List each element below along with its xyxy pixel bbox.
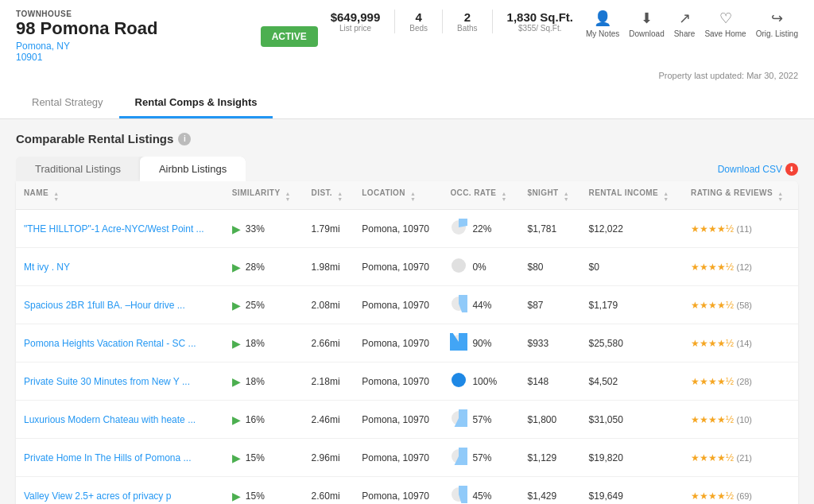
cell-occ-rate: 44% (442, 286, 519, 324)
save-home-label: Save Home (704, 29, 746, 38)
sqft-per-label: $355/ Sq.Ft. (507, 24, 573, 33)
cell-rental-income: $19,820 (581, 439, 684, 477)
orig-listing-button[interactable]: ↪ Orig. Listing (756, 10, 798, 38)
listing-link[interactable]: Valley View 2.5+ acres of privacy p (24, 490, 171, 502)
cell-rating: ★★★★½ (10) (683, 401, 798, 439)
download-csv-button[interactable]: Download CSV ⬇ (718, 163, 798, 176)
list-price-stat: $649,999 List price (331, 10, 381, 33)
cell-dist: 2.66mi (304, 324, 355, 362)
tab-rental-comps[interactable]: Rental Comps & Insights (119, 88, 273, 118)
baths-label: Baths (457, 24, 478, 33)
listing-link[interactable]: Mt ivy . NY (24, 262, 70, 273)
table-row: Luxurious Modern Chateau with heate ... … (16, 401, 798, 439)
occ-circle-icon (450, 448, 467, 467)
col-night[interactable]: $Night ▲▼ (519, 181, 580, 210)
cell-rental-income: $12,022 (581, 210, 684, 248)
table-row: Spacious 2BR 1full BA. –Hour drive ... ▶… (16, 286, 798, 324)
cell-location: Pomona, 10970 (354, 401, 442, 439)
night-value: $1,781 (527, 223, 556, 235)
col-dist[interactable]: DIST. ▲▼ (304, 181, 355, 210)
table-row: Mt ivy . NY ▶ 28% 1.98mi Pomona, 10970 0… (16, 248, 798, 286)
sub-tab-airbnb[interactable]: Airbnb Listings (140, 157, 246, 181)
download-button[interactable]: ⬇ Download (629, 10, 664, 38)
rental-income-value: $1,179 (589, 300, 618, 311)
download-label: Download (629, 29, 664, 38)
occ-pct-value: 44% (472, 300, 491, 311)
tab-rental-strategy[interactable]: Rental Strategy (16, 88, 119, 118)
cell-rental-income: $4,502 (581, 362, 684, 401)
property-info: TOWNHOUSE 98 Pomona Road Pomona, NY 1090… (16, 10, 248, 63)
listing-link[interactable]: Private Suite 30 Minutes from New Y ... (24, 376, 190, 387)
listing-link[interactable]: Private Home In The Hills of Pomona ... (24, 452, 192, 463)
occ-pct-value: 57% (472, 452, 491, 463)
col-occ-rate[interactable]: OCC. Rate ▲▼ (442, 181, 519, 210)
baths-value: 2 (457, 10, 478, 24)
my-notes-button[interactable]: 👤 My Notes (586, 10, 619, 38)
info-icon[interactable]: i (178, 133, 191, 145)
cell-name: Private Suite 30 Minutes from New Y ... (16, 362, 224, 401)
svg-point-2 (452, 258, 466, 273)
similarity-pct: 33% (246, 223, 265, 235)
listings-table: Name ▲▼ SIMILARITY ▲▼ DIST. ▲▼ LOCATION … (16, 181, 798, 504)
similarity-pct: 18% (246, 376, 265, 387)
cell-rating: ★★★★½ (11) (683, 210, 798, 248)
active-badge: ACTIVE (261, 26, 318, 47)
occ-pct-value: 22% (472, 223, 491, 235)
similarity-pct: 15% (246, 452, 265, 463)
listing-link[interactable]: Pomona Heights Vacation Rental - SC ... (24, 338, 196, 349)
cell-similarity: ▶ 25% (224, 286, 304, 324)
rental-income-value: $19,820 (589, 452, 623, 463)
occ-circle-icon (450, 333, 467, 353)
cell-occ-rate: 100% (442, 362, 519, 401)
share-button[interactable]: ↗ Share (674, 10, 696, 38)
listing-link[interactable]: Spacious 2BR 1full BA. –Hour drive ... (24, 300, 185, 311)
cell-rating: ★★★★½ (21) (683, 439, 798, 477)
beds-stat: 4 Beds (409, 10, 428, 33)
svg-point-6 (452, 335, 466, 349)
cell-occ-rate: 57% (442, 401, 519, 439)
col-name[interactable]: Name ▲▼ (16, 181, 224, 210)
listing-link[interactable]: Luxurious Modern Chateau with heate ... (24, 414, 196, 425)
cell-occ-rate: 57% (442, 439, 519, 477)
cell-rental-income: $25,580 (581, 324, 684, 362)
cell-name: Pomona Heights Vacation Rental - SC ... (16, 324, 224, 362)
col-rating[interactable]: RATING & REVIEWS ▲▼ (683, 181, 798, 210)
cell-location: Pomona, 10970 (354, 210, 442, 248)
cell-location: Pomona, 10970 (354, 362, 442, 401)
table-header-row: Name ▲▼ SIMILARITY ▲▼ DIST. ▲▼ LOCATION … (16, 181, 798, 210)
cell-night: $148 (519, 362, 580, 401)
property-location: Pomona, NY (16, 41, 248, 52)
cell-rating: ★★★★½ (28) (683, 362, 798, 401)
similarity-pct: 25% (246, 300, 265, 311)
save-home-button[interactable]: ♡ Save Home (704, 10, 746, 38)
listing-link[interactable]: "THE HILLTOP"-1 Acre-NYC/West Point ... (24, 223, 204, 235)
col-location[interactable]: LOCATION ▲▼ (354, 181, 442, 210)
occ-circle-icon (450, 371, 467, 391)
cell-location: Pomona, 10970 (354, 248, 442, 286)
col-similarity[interactable]: SIMILARITY ▲▼ (224, 181, 304, 210)
cell-rental-income: $31,050 (581, 401, 684, 439)
cell-night: $1,781 (519, 210, 580, 248)
similarity-pct: 15% (246, 490, 265, 502)
occ-pct-value: 100% (472, 376, 497, 387)
cell-night: $1,129 (519, 439, 580, 477)
night-value: $148 (527, 376, 548, 387)
cell-location: Pomona, 10970 (354, 439, 442, 477)
sub-tab-traditional[interactable]: Traditional Listings (16, 157, 140, 181)
cell-occ-rate: 45% (442, 477, 519, 504)
cell-similarity: ▶ 15% (224, 477, 304, 504)
occ-circle-icon (450, 257, 467, 277)
main-content: Comparable Rental Listings i Traditional… (0, 119, 814, 504)
main-tabs: Rental Strategy Rental Comps & Insights (16, 88, 798, 118)
heart-icon: ♡ (719, 10, 732, 27)
cell-dist: 1.79mi (304, 210, 355, 248)
sub-tabs: Traditional Listings Airbnb Listings (16, 157, 246, 181)
cell-night: $80 (519, 248, 580, 286)
list-price-label: List price (331, 24, 381, 33)
cell-name: Valley View 2.5+ acres of privacy p (16, 477, 224, 504)
cell-name: Mt ivy . NY (16, 248, 224, 286)
cell-location: Pomona, 10970 (354, 324, 442, 362)
cell-name: "THE HILLTOP"-1 Acre-NYC/West Point ... (16, 210, 224, 248)
col-rental-income[interactable]: RENTAL INCOME ▲▼ (581, 181, 684, 210)
share-label: Share (674, 29, 696, 38)
